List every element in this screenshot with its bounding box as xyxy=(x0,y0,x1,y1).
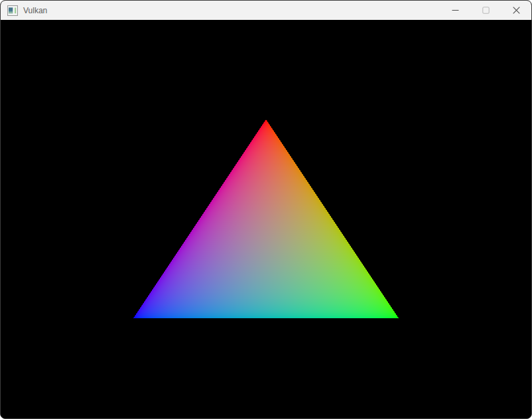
close-button[interactable] xyxy=(501,1,531,20)
minimize-button[interactable] xyxy=(440,1,470,20)
maximize-button xyxy=(470,1,501,20)
close-icon xyxy=(513,7,520,14)
titlebar[interactable]: Vulkan xyxy=(1,1,531,20)
caption-controls xyxy=(440,1,531,20)
vulkan-canvas xyxy=(1,20,531,418)
render-viewport xyxy=(1,20,531,418)
minimize-icon xyxy=(452,7,459,14)
window-title: Vulkan xyxy=(23,6,47,15)
vulkan-window: Vulkan xyxy=(0,0,532,419)
app-icon xyxy=(7,5,18,16)
maximize-icon xyxy=(482,7,490,14)
